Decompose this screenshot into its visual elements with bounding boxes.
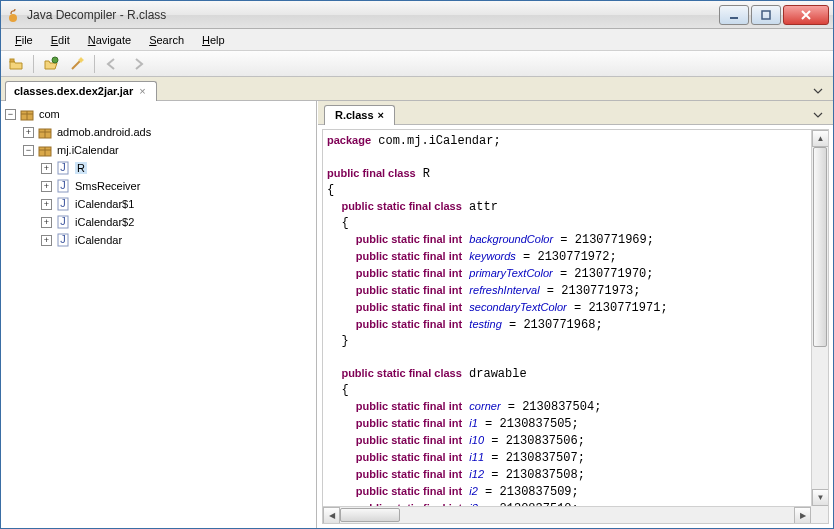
expand-icon[interactable]: + xyxy=(41,217,52,228)
menu-bar: File Edit Navigate Search Help xyxy=(1,29,833,51)
code-editor-area: package com.mj.iCalendar; public final c… xyxy=(322,129,829,524)
tree-node-file-icalendar1[interactable]: + J iCalendar$1 xyxy=(41,195,312,213)
tree-node-file-icalendar[interactable]: + J iCalendar xyxy=(41,231,312,249)
code-tab-label: R.class xyxy=(335,109,374,121)
package-tree-panel[interactable]: − com + admob.android.ads xyxy=(1,101,317,528)
tab-overflow-icon[interactable] xyxy=(807,106,829,124)
menu-file[interactable]: File xyxy=(7,31,41,49)
open-file-button[interactable] xyxy=(5,53,27,75)
source-code[interactable]: package com.mj.iCalendar; public final c… xyxy=(323,130,811,506)
tree-label: mj.iCalendar xyxy=(57,144,119,156)
save-button[interactable] xyxy=(40,53,62,75)
code-panel: R.class × package com.mj.iCalendar; publ… xyxy=(317,101,833,528)
jar-tab-strip: classes.dex.dex2jar.jar × xyxy=(1,77,833,101)
expand-icon[interactable]: + xyxy=(41,163,52,174)
svg-text:J: J xyxy=(60,179,66,191)
svg-rect-2 xyxy=(762,11,770,19)
window-title: Java Decompiler - R.class xyxy=(27,8,717,22)
app-window: Java Decompiler - R.class File Edit Navi… xyxy=(0,0,834,529)
expand-icon[interactable]: + xyxy=(23,127,34,138)
scroll-track[interactable] xyxy=(812,147,828,489)
package-tree: − com + admob.android.ads xyxy=(5,105,312,249)
tree-label: iCalendar$1 xyxy=(75,198,134,210)
java-file-icon: J xyxy=(55,178,71,194)
scroll-corner xyxy=(811,506,828,523)
menu-navigate[interactable]: Navigate xyxy=(80,31,139,49)
package-icon xyxy=(37,142,53,158)
java-file-icon: J xyxy=(55,196,71,212)
window-buttons xyxy=(717,5,829,25)
tree-label: iCalendar xyxy=(75,234,122,246)
tree-node-com[interactable]: − com xyxy=(5,105,312,123)
expand-icon[interactable]: + xyxy=(41,235,52,246)
app-icon xyxy=(5,7,21,23)
tree-label: admob.android.ads xyxy=(57,126,151,138)
svg-text:J: J xyxy=(60,233,66,245)
toolbar-separator xyxy=(94,55,95,73)
menu-edit[interactable]: Edit xyxy=(43,31,78,49)
main-content: − com + admob.android.ads xyxy=(1,101,833,528)
svg-text:J: J xyxy=(60,161,66,173)
horizontal-scrollbar[interactable]: ◀ ▶ xyxy=(323,506,811,523)
scroll-down-icon[interactable]: ▼ xyxy=(812,489,829,506)
maximize-button[interactable] xyxy=(751,5,781,25)
code-tab-strip: R.class × xyxy=(318,101,833,125)
scroll-thumb[interactable] xyxy=(340,508,400,522)
svg-point-4 xyxy=(52,57,58,63)
wand-button[interactable] xyxy=(66,53,88,75)
scroll-left-icon[interactable]: ◀ xyxy=(323,507,340,524)
tree-node-file-icalendar2[interactable]: + J iCalendar$2 xyxy=(41,213,312,231)
tree-node-admob[interactable]: + admob.android.ads xyxy=(23,123,312,141)
tree-node-file-smsreceiver[interactable]: + J SmsReceiver xyxy=(41,177,312,195)
jar-tab[interactable]: classes.dex.dex2jar.jar × xyxy=(5,81,157,101)
scroll-right-icon[interactable]: ▶ xyxy=(794,507,811,524)
tree-node-mj-icalendar[interactable]: − mj.iCalendar xyxy=(23,141,312,159)
scroll-thumb[interactable] xyxy=(813,147,827,347)
tree-label: SmsReceiver xyxy=(75,180,140,192)
tree-node-file-r[interactable]: + J R xyxy=(41,159,312,177)
close-button[interactable] xyxy=(783,5,829,25)
title-bar[interactable]: Java Decompiler - R.class xyxy=(1,1,833,29)
tree-label: iCalendar$2 xyxy=(75,216,134,228)
code-scroll[interactable]: package com.mj.iCalendar; public final c… xyxy=(323,130,811,506)
menu-help[interactable]: Help xyxy=(194,31,233,49)
menu-search[interactable]: Search xyxy=(141,31,192,49)
svg-rect-1 xyxy=(730,17,738,19)
package-icon xyxy=(37,124,53,140)
close-tab-icon[interactable]: × xyxy=(378,109,384,121)
collapse-icon[interactable]: − xyxy=(5,109,16,120)
java-file-icon: J xyxy=(55,232,71,248)
svg-text:J: J xyxy=(60,215,66,227)
java-file-icon: J xyxy=(55,214,71,230)
tree-label: com xyxy=(39,108,60,120)
toolbar xyxy=(1,51,833,77)
java-file-icon: J xyxy=(55,160,71,176)
scroll-up-icon[interactable]: ▲ xyxy=(812,130,829,147)
svg-text:J: J xyxy=(60,197,66,209)
tab-overflow-icon[interactable] xyxy=(807,82,829,100)
minimize-button[interactable] xyxy=(719,5,749,25)
expand-icon[interactable]: + xyxy=(41,199,52,210)
svg-point-0 xyxy=(9,14,17,22)
back-button xyxy=(101,53,123,75)
scroll-track[interactable] xyxy=(340,507,794,523)
forward-button xyxy=(127,53,149,75)
collapse-icon[interactable]: − xyxy=(23,145,34,156)
package-icon xyxy=(19,106,35,122)
code-tab-rclass[interactable]: R.class × xyxy=(324,105,395,125)
vertical-scrollbar[interactable]: ▲ ▼ xyxy=(811,130,828,506)
toolbar-separator xyxy=(33,55,34,73)
svg-rect-3 xyxy=(10,59,14,62)
expand-icon[interactable]: + xyxy=(41,181,52,192)
jar-tab-label: classes.dex.dex2jar.jar xyxy=(14,85,133,97)
close-tab-icon[interactable]: × xyxy=(137,85,147,97)
tree-label: R xyxy=(75,162,87,174)
